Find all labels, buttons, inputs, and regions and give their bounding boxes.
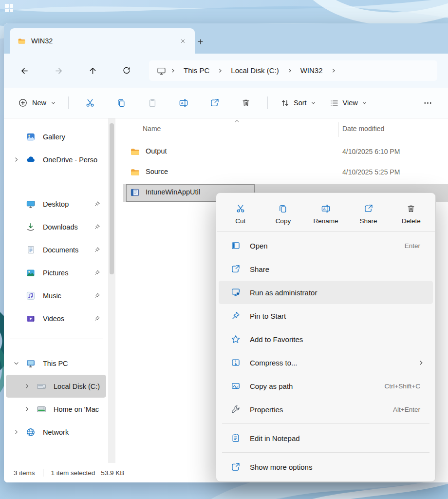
tab-win32[interactable]: WIN32 bbox=[10, 28, 195, 54]
this-pc-icon bbox=[157, 66, 166, 76]
breadcrumb-local-disk[interactable]: Local Disk (C:) bbox=[224, 62, 285, 79]
network-drive-icon bbox=[36, 404, 47, 414]
chevron-right-icon[interactable] bbox=[21, 383, 32, 389]
application-icon bbox=[130, 188, 140, 197]
toolbar-divider bbox=[68, 96, 69, 109]
tab-bar: WIN32 bbox=[4, 23, 448, 54]
quick-action-delete[interactable]: Delete bbox=[390, 199, 432, 226]
sidebar-item-gallery[interactable]: Gallery bbox=[6, 125, 106, 148]
pin-icon bbox=[94, 247, 100, 253]
column-header-name[interactable]: Name bbox=[143, 125, 161, 133]
folder-icon bbox=[130, 147, 140, 157]
sort-button[interactable]: Sort bbox=[274, 94, 323, 112]
chevron-down-icon[interactable] bbox=[11, 361, 21, 366]
forward-button[interactable] bbox=[49, 61, 68, 80]
pin-icon bbox=[94, 224, 100, 230]
address-bar[interactable]: This PC Local Disk (C:) WIN32 bbox=[149, 60, 437, 81]
menu-item-show-more-options[interactable]: Show more options bbox=[219, 455, 433, 479]
menu-item-run-as-administrator[interactable]: Run as administrator bbox=[219, 281, 433, 304]
column-header-date-modified[interactable]: Date modified bbox=[342, 125, 384, 133]
open-icon bbox=[231, 241, 241, 250]
new-button[interactable]: New bbox=[12, 94, 62, 112]
pin-icon bbox=[94, 269, 100, 276]
share-icon bbox=[231, 264, 241, 274]
menu-item-add-to-favorites[interactable]: Add to Favorites bbox=[219, 327, 433, 351]
chevron-down-icon bbox=[51, 100, 56, 106]
menu-item-pin-to-start[interactable]: Pin to Start bbox=[219, 304, 433, 327]
breadcrumb-win32[interactable]: WIN32 bbox=[294, 62, 330, 79]
scrollbar-thumb[interactable] bbox=[110, 123, 114, 274]
sidebar-scrollbar[interactable] bbox=[108, 118, 115, 463]
this-pc-monitor-icon bbox=[25, 359, 36, 368]
menu-item-edit-in-notepad[interactable]: Edit in Notepad bbox=[219, 426, 433, 450]
delete-button[interactable] bbox=[230, 93, 261, 113]
sidebar-item-local-disk-c[interactable]: Local Disk (C:) bbox=[6, 375, 106, 398]
submenu-chevron-icon bbox=[418, 360, 424, 366]
chevron-right-icon[interactable] bbox=[21, 406, 32, 412]
videos-icon bbox=[25, 314, 36, 324]
back-button[interactable] bbox=[15, 61, 34, 80]
wrench-icon bbox=[231, 404, 241, 414]
sidebar-item-music[interactable]: Music bbox=[6, 284, 106, 307]
breadcrumb-chevron-icon[interactable] bbox=[331, 68, 336, 74]
share-button[interactable] bbox=[199, 93, 230, 113]
sidebar-divider bbox=[10, 182, 103, 182]
sidebar-item-downloads[interactable]: Downloads bbox=[6, 215, 106, 238]
documents-icon bbox=[25, 245, 36, 254]
rename-button[interactable]: A bbox=[168, 93, 199, 113]
breadcrumb-chevron-icon bbox=[170, 68, 176, 74]
pictures-icon bbox=[25, 268, 36, 278]
view-button[interactable]: View bbox=[323, 94, 374, 112]
network-globe-icon bbox=[25, 427, 36, 437]
menu-item-compress-to[interactable]: Compress to... bbox=[219, 351, 433, 374]
file-row-output[interactable]: Output 4/10/2025 6:10 PM bbox=[115, 142, 448, 162]
chevron-right-icon[interactable] bbox=[11, 156, 21, 163]
gallery-icon bbox=[25, 132, 36, 142]
cut-button[interactable] bbox=[75, 93, 106, 113]
quick-action-cut[interactable]: Cut bbox=[219, 199, 262, 226]
menu-divider bbox=[222, 423, 429, 424]
sidebar-item-desktop[interactable]: Desktop bbox=[6, 192, 106, 215]
menu-item-copy-as-path[interactable]: Copy as path Ctrl+Shift+C bbox=[219, 374, 433, 398]
quick-action-share[interactable]: Share bbox=[347, 199, 390, 226]
windows-taskbar-logo-icon[interactable] bbox=[5, 4, 13, 12]
status-selection-size: 53.9 KB bbox=[101, 469, 124, 477]
shield-monitor-icon bbox=[231, 288, 241, 297]
rename-icon: A bbox=[321, 204, 331, 213]
sidebar-item-pictures[interactable]: Pictures bbox=[6, 261, 106, 284]
quick-actions-row: Cut Copy A Rename Share Delete bbox=[216, 197, 435, 231]
menu-item-open[interactable]: Open Enter bbox=[219, 234, 433, 257]
new-tab-button[interactable] bbox=[193, 35, 207, 48]
sidebar-item-documents[interactable]: Documents bbox=[6, 238, 106, 261]
sort-ascending-icon bbox=[234, 119, 240, 123]
sidebar-item-network[interactable]: Network bbox=[6, 421, 106, 443]
refresh-button[interactable] bbox=[117, 61, 136, 80]
column-divider[interactable] bbox=[338, 122, 339, 137]
sort-button-label: Sort bbox=[294, 99, 307, 107]
svg-text:A: A bbox=[323, 207, 326, 211]
new-plus-icon bbox=[18, 98, 28, 108]
quick-action-rename[interactable]: A Rename bbox=[304, 199, 347, 226]
tab-close-icon[interactable] bbox=[176, 35, 189, 47]
menu-item-share[interactable]: Share bbox=[219, 257, 433, 281]
compress-zip-icon bbox=[231, 358, 241, 367]
sort-icon bbox=[280, 98, 290, 108]
hard-disk-icon bbox=[36, 382, 47, 391]
paste-button[interactable] bbox=[137, 93, 168, 113]
quick-action-copy[interactable]: Copy bbox=[262, 199, 305, 226]
chevron-right-icon[interactable] bbox=[11, 429, 21, 435]
more-options-button[interactable] bbox=[415, 94, 440, 113]
copy-button[interactable] bbox=[106, 93, 137, 113]
sidebar-item-home-on-mac[interactable]: Home on 'Mac bbox=[6, 398, 106, 421]
sidebar-item-videos[interactable]: Videos bbox=[6, 307, 106, 330]
downloads-icon bbox=[25, 222, 36, 232]
up-button[interactable] bbox=[83, 61, 102, 80]
breadcrumb-this-pc[interactable]: This PC bbox=[177, 62, 216, 79]
column-headers: Name Date modified bbox=[115, 118, 448, 141]
sidebar-item-this-pc[interactable]: This PC bbox=[6, 352, 106, 375]
menu-item-properties[interactable]: Properties Alt+Enter bbox=[219, 398, 433, 421]
breadcrumb-chevron-icon bbox=[287, 68, 293, 74]
sidebar-item-onedrive[interactable]: OneDrive - Perso bbox=[6, 148, 106, 171]
menu-divider bbox=[217, 231, 435, 232]
file-row-source[interactable]: Source 4/10/2025 5:25 PM bbox=[115, 162, 448, 183]
